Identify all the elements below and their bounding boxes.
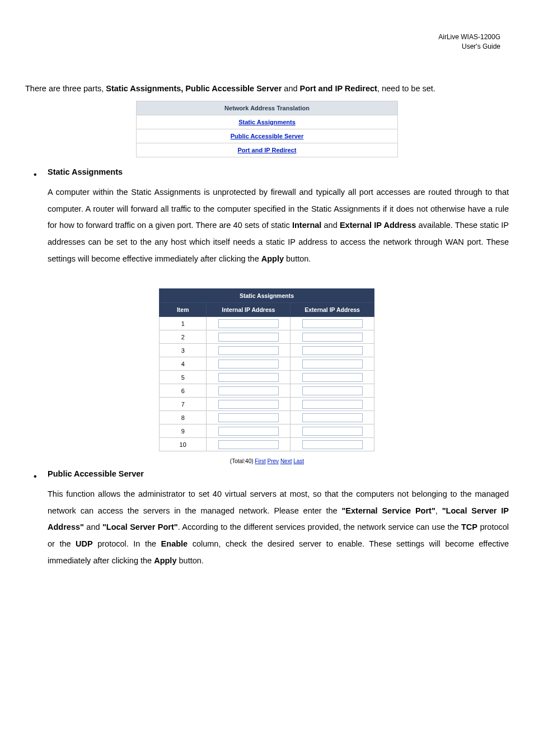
product-name: AirLive WIAS-1200G bbox=[438, 32, 500, 42]
nat-row: Port and IP Redirect bbox=[137, 143, 398, 157]
bullet-2: • bbox=[34, 472, 37, 482]
static-assignments-table: Static Assignments Item Internal IP Addr… bbox=[159, 288, 374, 451]
intro-t1: There are three parts, bbox=[25, 84, 106, 93]
doc-header: AirLive WIAS-1200G User's Guide bbox=[438, 32, 500, 52]
nat-header: Network Address Translation bbox=[137, 101, 398, 115]
item-num: 7 bbox=[160, 398, 207, 411]
intro-b2: Port and IP Redirect bbox=[300, 84, 377, 93]
internal-ip-input[interactable] bbox=[218, 427, 279, 436]
internal-ip-input[interactable] bbox=[218, 413, 279, 422]
s2-c: and bbox=[84, 522, 102, 531]
internal-ip-input[interactable] bbox=[218, 386, 279, 395]
external-ip-input[interactable] bbox=[302, 440, 363, 449]
nat-row: Static Assignments bbox=[137, 115, 398, 129]
intro-t3: , need to be set. bbox=[377, 84, 435, 93]
s2-b: , bbox=[435, 506, 442, 515]
sa-col-internal: Internal IP Address bbox=[207, 303, 291, 317]
port-ip-redirect-link[interactable]: Port and IP Redirect bbox=[238, 147, 297, 153]
item-num: 2 bbox=[160, 330, 207, 344]
pgn-total: (Total:40) bbox=[230, 458, 255, 464]
section-1-body: A computer within the Static Assignments… bbox=[48, 184, 509, 268]
s2-b5: UDP bbox=[76, 539, 93, 548]
next-link[interactable]: Next bbox=[280, 458, 292, 464]
sa-col-external: External IP Address bbox=[291, 303, 374, 317]
internal-ip-input[interactable] bbox=[218, 373, 279, 382]
s2-b4: TCP bbox=[461, 522, 477, 531]
item-num: 8 bbox=[160, 411, 207, 424]
section-2-body: This function allows the administrator t… bbox=[48, 486, 509, 570]
internal-ip-input[interactable] bbox=[218, 440, 279, 449]
s2-b7: Apply bbox=[154, 556, 176, 565]
section-2-title: Public Accessible Server bbox=[48, 469, 144, 478]
external-ip-input[interactable] bbox=[302, 333, 363, 342]
external-ip-input[interactable] bbox=[302, 346, 363, 355]
table-row: 1 bbox=[160, 317, 374, 330]
section-1-title: Static Assignments bbox=[48, 167, 123, 176]
s1-b: and bbox=[321, 221, 340, 230]
intro-t2: and bbox=[284, 84, 299, 93]
last-link[interactable]: Last bbox=[293, 458, 304, 464]
external-ip-input[interactable] bbox=[302, 319, 363, 328]
s1-b1: Internal bbox=[292, 221, 321, 230]
sa-col-item: Item bbox=[160, 303, 207, 317]
external-ip-input[interactable] bbox=[302, 373, 363, 382]
s1-d: button. bbox=[284, 254, 311, 263]
table-row: 8 bbox=[160, 411, 374, 424]
internal-ip-input[interactable] bbox=[218, 360, 279, 368]
s1-b2: External IP Address bbox=[340, 221, 416, 230]
internal-ip-input[interactable] bbox=[218, 319, 279, 328]
table-row: 4 bbox=[160, 357, 374, 371]
static-assignments-link[interactable]: Static Assignments bbox=[238, 119, 296, 125]
table-row: 7 bbox=[160, 398, 374, 411]
sa-title: Static Assignments bbox=[160, 289, 374, 303]
internal-ip-input[interactable] bbox=[218, 400, 279, 409]
external-ip-input[interactable] bbox=[302, 386, 363, 395]
nat-table: Network Address Translation Static Assig… bbox=[136, 101, 398, 157]
item-num: 3 bbox=[160, 344, 207, 357]
item-num: 9 bbox=[160, 424, 207, 438]
first-link[interactable]: First bbox=[255, 458, 265, 464]
bullet-1: • bbox=[34, 170, 37, 180]
item-num: 10 bbox=[160, 438, 207, 451]
s2-b6: Enable bbox=[161, 539, 188, 548]
table-row: 10 bbox=[160, 438, 374, 451]
table-row: 2 bbox=[160, 330, 374, 344]
s2-f: protocol. In the bbox=[93, 539, 161, 548]
public-accessible-server-link[interactable]: Public Accessible Server bbox=[231, 133, 303, 139]
table-row: 3 bbox=[160, 344, 374, 357]
intro-line: There are three parts, Static Assignment… bbox=[25, 84, 500, 93]
table-row: 5 bbox=[160, 371, 374, 384]
s2-b1: "External Service Port" bbox=[342, 506, 435, 515]
table-row: 9 bbox=[160, 424, 374, 438]
s2-h: button. bbox=[176, 556, 203, 565]
external-ip-input[interactable] bbox=[302, 427, 363, 436]
intro-b1: Static Assignments, Public Accessible Se… bbox=[106, 84, 284, 93]
internal-ip-input[interactable] bbox=[218, 333, 279, 342]
pagination: (Total:40) First Prev Next Last bbox=[0, 458, 534, 464]
s2-d: . According to the different services pr… bbox=[178, 522, 461, 531]
doc-title: User's Guide bbox=[438, 42, 500, 52]
item-num: 4 bbox=[160, 357, 207, 371]
item-num: 6 bbox=[160, 384, 207, 398]
external-ip-input[interactable] bbox=[302, 400, 363, 409]
external-ip-input[interactable] bbox=[302, 413, 363, 422]
table-row: 6 bbox=[160, 384, 374, 398]
s1-b3: Apply bbox=[261, 254, 284, 263]
prev-link[interactable]: Prev bbox=[268, 458, 279, 464]
item-num: 1 bbox=[160, 317, 207, 330]
s2-b3: "Local Server Port" bbox=[102, 522, 178, 531]
external-ip-input[interactable] bbox=[302, 360, 363, 368]
item-num: 5 bbox=[160, 371, 207, 384]
nat-row: Public Accessible Server bbox=[137, 129, 398, 143]
internal-ip-input[interactable] bbox=[218, 346, 279, 355]
